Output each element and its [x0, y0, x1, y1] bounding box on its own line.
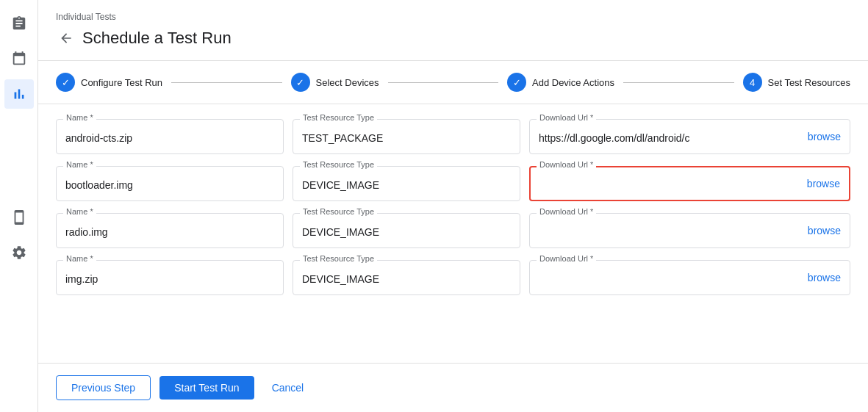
type-input-1[interactable]	[293, 119, 520, 154]
start-test-run-button[interactable]: Start Test Run	[159, 376, 254, 400]
url-field-4: Download Url * browse	[529, 260, 850, 295]
sidebar-icon-phone[interactable]	[4, 203, 34, 232]
step-3-label: Add Device Actions	[532, 77, 614, 88]
content-area: Name * Test Resource Type Download Url *…	[38, 104, 868, 363]
url-input-3[interactable]	[530, 214, 799, 247]
url-field-2: Download Url * browse	[529, 166, 850, 201]
type-field-3: Test Resource Type	[293, 213, 520, 248]
url-label-3: Download Url *	[537, 207, 596, 216]
url-wrapper-2: browse	[529, 166, 850, 201]
type-input-3[interactable]	[293, 213, 520, 248]
type-field-1: Test Resource Type	[293, 119, 520, 154]
main-content: Individual Tests Schedule a Test Run Con…	[38, 0, 868, 412]
sidebar-icon-clipboard[interactable]	[4, 9, 34, 38]
breadcrumb: Individual Tests	[56, 12, 850, 22]
step-2-label: Select Devices	[316, 77, 379, 88]
step-connector-1	[171, 82, 281, 83]
step-2-circle	[291, 73, 310, 92]
url-input-1[interactable]	[530, 120, 799, 153]
url-wrapper-4: browse	[529, 260, 850, 295]
footer: Previous Step Start Test Run Cancel	[38, 363, 868, 412]
type-field-4: Test Resource Type	[293, 260, 520, 295]
previous-step-button[interactable]: Previous Step	[56, 375, 151, 400]
resource-row-2: Name * Test Resource Type Download Url *…	[56, 166, 850, 201]
resource-row-4: Name * Test Resource Type Download Url *…	[56, 260, 850, 295]
step-4-label: Set Test Resources	[768, 77, 850, 88]
url-label-2: Download Url *	[537, 160, 596, 169]
back-button[interactable]	[56, 28, 76, 48]
step-2: Select Devices	[291, 73, 379, 92]
step-connector-3	[623, 82, 734, 83]
type-label-1: Test Resource Type	[300, 113, 377, 122]
name-input-2[interactable]	[56, 166, 284, 201]
sidebar-icon-gear[interactable]	[4, 238, 34, 267]
header: Individual Tests Schedule a Test Run	[38, 0, 868, 61]
sidebar-icon-calendar[interactable]	[4, 44, 34, 73]
page-title: Schedule a Test Run	[82, 29, 232, 48]
url-wrapper-1: browse	[529, 119, 850, 154]
name-input-4[interactable]	[56, 260, 284, 295]
name-input-1[interactable]	[56, 119, 284, 154]
name-field-4: Name *	[56, 260, 284, 295]
url-wrapper-3: browse	[529, 213, 850, 248]
browse-button-2[interactable]: browse	[798, 167, 849, 200]
type-input-4[interactable]	[293, 260, 520, 295]
type-label-4: Test Resource Type	[300, 254, 377, 263]
name-field-1: Name *	[56, 119, 284, 154]
step-3-circle	[507, 73, 526, 92]
browse-button-1[interactable]: browse	[799, 120, 850, 153]
type-input-2[interactable]	[293, 166, 520, 201]
name-label-2: Name *	[63, 160, 96, 169]
type-label-2: Test Resource Type	[300, 160, 377, 169]
resource-row-3: Name * Test Resource Type Download Url *…	[56, 213, 850, 248]
cancel-button[interactable]: Cancel	[263, 376, 313, 400]
type-field-2: Test Resource Type	[293, 166, 520, 201]
step-4: 4 Set Test Resources	[743, 73, 850, 92]
step-connector-2	[388, 82, 498, 83]
step-1: Configure Test Run	[56, 73, 162, 92]
step-4-circle: 4	[743, 73, 762, 92]
name-label-4: Name *	[63, 254, 96, 263]
type-label-3: Test Resource Type	[300, 207, 377, 216]
step-1-label: Configure Test Run	[81, 77, 162, 88]
step-3: Add Device Actions	[507, 73, 614, 92]
url-input-2[interactable]	[531, 167, 798, 200]
name-field-3: Name *	[56, 213, 284, 248]
name-input-3[interactable]	[56, 213, 284, 248]
url-field-3: Download Url * browse	[529, 213, 850, 248]
url-label-4: Download Url *	[537, 254, 596, 263]
url-field-1: Download Url * browse	[529, 119, 850, 154]
browse-button-4[interactable]: browse	[799, 261, 850, 294]
sidebar	[0, 0, 38, 412]
step-1-circle	[56, 73, 75, 92]
name-label-1: Name *	[63, 113, 96, 122]
resource-row-1: Name * Test Resource Type Download Url *…	[56, 119, 850, 154]
browse-button-3[interactable]: browse	[799, 214, 850, 247]
url-label-1: Download Url *	[537, 113, 596, 122]
sidebar-icon-chart[interactable]	[4, 79, 34, 109]
url-input-4[interactable]	[530, 261, 799, 294]
name-field-2: Name *	[56, 166, 284, 201]
name-label-3: Name *	[63, 207, 96, 216]
stepper: Configure Test Run Select Devices Add De…	[38, 61, 868, 104]
